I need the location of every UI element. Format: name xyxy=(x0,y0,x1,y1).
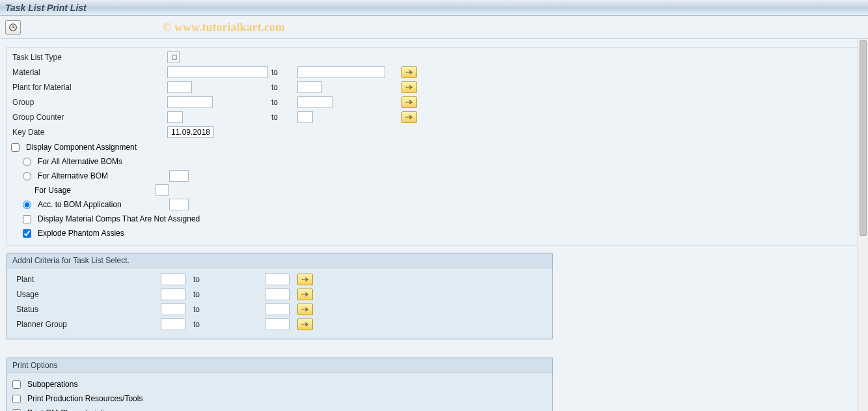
vertical-scrollbar[interactable] xyxy=(858,39,868,411)
planner-group-low-input[interactable] xyxy=(161,319,185,330)
task-list-type-f4-button[interactable] xyxy=(169,51,180,63)
acc-bom-app-label: Acc. to BOM Application xyxy=(38,200,159,209)
display-comp-assign-label: Display Component Assignment xyxy=(26,143,137,152)
row-for-all-alt-boms: For All Alternative BOMs xyxy=(11,154,857,169)
row-usage: Usage to xyxy=(12,287,547,302)
row-for-alt-bom: For Alternative BOM xyxy=(11,169,857,183)
print-prt-checkbox[interactable] xyxy=(12,395,21,403)
usage-multi-select-button[interactable] xyxy=(297,289,313,300)
status-low-input[interactable] xyxy=(161,304,185,315)
application-toolbar: © www.tutorialkart.com xyxy=(0,16,868,39)
group-counter-low-input[interactable] xyxy=(167,111,183,123)
planner-group-high-input[interactable] xyxy=(265,319,290,330)
material-low-input[interactable] xyxy=(167,66,268,78)
row-material: Material to xyxy=(11,65,857,79)
planner-group-multi-select-button[interactable] xyxy=(297,319,313,330)
for-usage-label: For Usage xyxy=(34,186,145,195)
usage-high-input[interactable] xyxy=(265,289,290,300)
svg-rect-1 xyxy=(172,55,176,59)
row-print-qm: Print QM Characteristics xyxy=(12,406,547,411)
group-to-label: to xyxy=(271,98,297,107)
for-alt-bom-label: For Alternative BOM xyxy=(38,171,159,180)
arrow-right-icon xyxy=(301,306,310,313)
plant-for-material-high-input[interactable] xyxy=(297,81,322,93)
row-task-list-type: Task List Type xyxy=(11,50,857,64)
arrow-right-icon xyxy=(301,291,310,298)
row-key-date: Key Date xyxy=(11,125,857,139)
plant-low-input[interactable] xyxy=(161,274,185,285)
key-date-input[interactable] xyxy=(167,126,214,138)
group-label: Group xyxy=(11,98,167,107)
execute-button[interactable] xyxy=(5,20,21,35)
display-comp-assign-checkbox[interactable] xyxy=(11,143,20,152)
usage-label: Usage xyxy=(12,290,161,299)
not-assigned-label: Display Material Comps That Are Not Assi… xyxy=(38,214,200,223)
not-assigned-checkbox[interactable] xyxy=(23,215,31,223)
print-qm-checkbox[interactable] xyxy=(12,409,21,412)
print-prt-label: Print Production Resources/Tools xyxy=(27,394,142,403)
usage-to-label: to xyxy=(193,290,265,299)
group-print-options-title: Print Options xyxy=(7,358,552,373)
planner-group-to-label: to xyxy=(193,320,265,329)
general-selection-box: Task List Type Material to Plant for Mat… xyxy=(7,47,861,246)
row-group: Group to xyxy=(11,95,857,109)
acc-bom-app-input[interactable] xyxy=(169,199,189,210)
row-group-counter: Group Counter to xyxy=(11,110,857,124)
material-multi-select-button[interactable] xyxy=(401,66,417,78)
key-date-label: Key Date xyxy=(11,128,167,137)
group-counter-high-input[interactable] xyxy=(297,111,313,123)
row-status: Status to xyxy=(12,302,547,317)
print-qm-label: Print QM Characteristics xyxy=(27,408,112,411)
page-title: Task List Print List xyxy=(5,3,87,13)
for-all-alt-boms-radio[interactable] xyxy=(23,158,31,166)
group-multi-select-button[interactable] xyxy=(401,96,417,108)
row-suboperations: Suboperations xyxy=(12,377,547,391)
acc-bom-app-radio[interactable] xyxy=(23,201,31,209)
group-counter-label: Group Counter xyxy=(11,113,167,122)
suboperations-checkbox[interactable] xyxy=(12,380,21,389)
plant-high-input[interactable] xyxy=(265,274,290,285)
group-additional-criteria-title: Addnl Criteria for Task List Select. xyxy=(7,253,552,268)
window-title-bar: Task List Print List xyxy=(0,0,868,16)
explode-phantom-checkbox[interactable] xyxy=(23,229,31,238)
suboperations-label: Suboperations xyxy=(27,380,77,389)
row-plant-for-material: Plant for Material to xyxy=(11,80,857,94)
group-counter-multi-select-button[interactable] xyxy=(401,111,417,123)
scrollbar-thumb[interactable] xyxy=(860,40,867,236)
clock-execute-icon xyxy=(8,23,18,32)
plant-to-label: to xyxy=(193,275,265,284)
arrow-right-icon xyxy=(405,114,414,120)
arrow-right-icon xyxy=(405,99,414,106)
plant-for-material-label: Plant for Material xyxy=(11,83,167,92)
arrow-right-icon xyxy=(405,84,414,91)
row-display-comp-assign: Display Component Assignment xyxy=(11,140,857,154)
material-high-input[interactable] xyxy=(297,66,385,78)
row-plant: Plant to xyxy=(12,272,547,287)
group-print-options: Print Options Suboperations Print Produc… xyxy=(7,358,553,411)
usage-low-input[interactable] xyxy=(161,289,185,300)
arrow-right-icon xyxy=(405,69,414,76)
material-label: Material xyxy=(11,68,167,77)
explode-phantom-label: Explode Phantom Assies xyxy=(38,229,124,238)
group-counter-to-label: to xyxy=(271,113,297,122)
row-print-prt: Print Production Resources/Tools xyxy=(12,391,547,406)
row-explode-phantom: Explode Phantom Assies xyxy=(11,226,857,240)
plant-multi-select-button[interactable] xyxy=(297,274,313,285)
row-for-usage: For Usage xyxy=(11,183,857,197)
material-to-label: to xyxy=(271,68,297,77)
for-usage-input[interactable] xyxy=(156,184,169,196)
plant-for-material-low-input[interactable] xyxy=(167,81,192,93)
plant-label: Plant xyxy=(12,275,161,284)
row-acc-bom-app: Acc. to BOM Application xyxy=(11,197,857,212)
group-low-input[interactable] xyxy=(167,96,213,108)
for-alt-bom-input[interactable] xyxy=(169,170,189,182)
plant-for-material-multi-select-button[interactable] xyxy=(401,81,417,93)
status-label: Status xyxy=(12,305,161,314)
status-high-input[interactable] xyxy=(265,304,290,315)
task-list-type-label: Task List Type xyxy=(11,53,167,62)
arrow-right-icon xyxy=(301,321,310,328)
for-alt-bom-radio[interactable] xyxy=(23,172,31,180)
group-high-input[interactable] xyxy=(297,96,332,108)
group-additional-criteria: Addnl Criteria for Task List Select. Pla… xyxy=(7,253,553,339)
status-multi-select-button[interactable] xyxy=(297,304,313,315)
